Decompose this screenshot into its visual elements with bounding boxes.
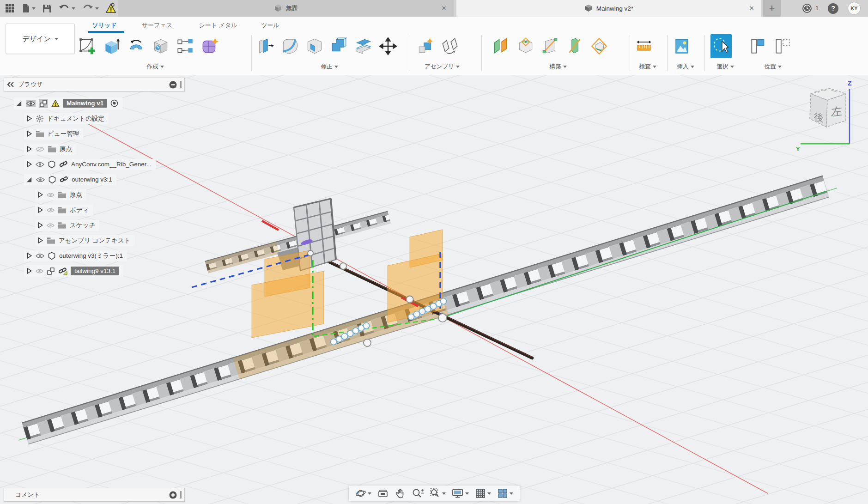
viewcube-face-back[interactable]: 後 [813, 111, 824, 123]
panel-drag-handle[interactable] [180, 491, 182, 498]
viewcube-body[interactable]: 後 左 [810, 88, 846, 127]
tree-row-label[interactable]: tailwing9 v13:1 [71, 267, 119, 275]
plane-at-angle-button[interactable] [515, 34, 536, 58]
capture-position-button[interactable] [747, 34, 769, 58]
hole-button[interactable] [150, 34, 171, 58]
collapsed-triangle-icon[interactable] [26, 252, 32, 259]
tree-row-label[interactable]: ボディ [70, 206, 89, 214]
visibility-eye-icon[interactable] [36, 161, 44, 168]
press-pull-button[interactable] [255, 34, 276, 58]
new-component-button[interactable] [415, 34, 436, 58]
move-copy-button[interactable] [377, 34, 399, 58]
viewports-caret-icon[interactable] [510, 492, 513, 495]
group-label-position[interactable]: 位置 [747, 63, 798, 71]
expanded-triangle-icon[interactable] [16, 100, 23, 107]
tree-row-label[interactable]: アセンブリ コンテキスト [59, 237, 131, 245]
undo-caret-icon[interactable] [72, 7, 75, 10]
midplane-button[interactable] [540, 34, 561, 58]
activate-radio-icon[interactable] [110, 99, 118, 107]
joint-button[interactable] [439, 34, 461, 58]
tab-close-button[interactable]: × [439, 3, 449, 13]
group-label-create[interactable]: 作成 [77, 63, 234, 71]
revert-position-button[interactable] [772, 34, 793, 58]
tree-row-label[interactable]: ビュー管理 [48, 130, 79, 138]
collapsed-triangle-icon[interactable] [26, 161, 32, 168]
panel-plus-icon[interactable] [169, 491, 177, 499]
eye-dim-icon[interactable] [47, 223, 55, 228]
group-label-construct[interactable]: 構築 [491, 63, 625, 71]
file-menu-button[interactable] [21, 3, 36, 13]
eye-dim-icon[interactable] [47, 207, 55, 213]
combine-button[interactable] [328, 34, 350, 58]
offset-face-button[interactable] [353, 34, 374, 58]
grid-caret-icon[interactable] [487, 492, 491, 495]
collapsed-triangle-icon[interactable] [37, 222, 43, 229]
tree-row-label[interactable]: スケッチ [70, 221, 95, 230]
app-grid-icon[interactable] [5, 3, 15, 13]
collapsed-triangle-icon[interactable] [37, 237, 43, 244]
eye-dim-icon[interactable] [47, 192, 55, 198]
tree-row-bodies[interactable]: ボディ [4, 202, 185, 218]
undo-button[interactable] [58, 4, 75, 13]
new-tab-button[interactable]: + [763, 0, 781, 17]
pan-button[interactable] [395, 488, 406, 499]
document-tab-mainwing[interactable]: Mainwing v2* × [456, 0, 761, 17]
tree-row-label[interactable]: AnyConv.com__Rib_Gener... [71, 161, 152, 168]
tree-row-assembly-context[interactable]: アセンブリ コンテキスト [4, 233, 185, 248]
collapsed-triangle-icon[interactable] [37, 191, 43, 198]
tree-row-label[interactable]: ドキュメントの設定 [47, 115, 104, 123]
select-button[interactable] [710, 34, 732, 58]
group-label-select[interactable]: 選択 [710, 63, 740, 71]
window-zoom-caret-icon[interactable] [442, 492, 446, 495]
tree-row-origin[interactable]: 原点 [4, 141, 185, 157]
tree-row-outerwing-mirror[interactable]: outerwing v3(ミラー):1 [4, 248, 185, 263]
ribbon-tab-solid[interactable]: ソリッド [92, 21, 116, 30]
tab-close-button[interactable]: × [747, 3, 757, 13]
panel-minus-icon[interactable] [169, 81, 177, 89]
expanded-triangle-icon[interactable] [26, 176, 33, 183]
tree-row-label[interactable]: 原点 [60, 145, 72, 153]
display-settings-button[interactable] [452, 488, 469, 499]
tree-row-label[interactable]: 原点 [70, 191, 82, 199]
viewports-button[interactable] [497, 488, 513, 499]
collapsed-triangle-icon[interactable] [26, 130, 32, 137]
collapse-panel-icon[interactable] [7, 81, 14, 88]
create-sketch-button[interactable] [77, 34, 98, 58]
browser-panel-header[interactable]: ブラウザ [4, 78, 185, 91]
collapsed-triangle-icon[interactable] [26, 146, 32, 152]
tree-row-label[interactable]: outerwing v3(ミラー):1 [59, 252, 123, 260]
axis-button[interactable] [564, 34, 585, 58]
user-avatar[interactable]: KY [848, 2, 861, 15]
tree-row-document-settings[interactable]: ドキュメントの設定 [4, 111, 185, 126]
eye-off-icon[interactable] [36, 146, 44, 152]
fillet-button[interactable] [279, 34, 301, 58]
extrude-button[interactable] [101, 34, 122, 58]
group-label-assemble[interactable]: アセンブリ [415, 63, 469, 71]
group-label-inspect[interactable]: 検査 [635, 63, 661, 71]
tree-row-root[interactable]: Mainwing v1 [4, 96, 185, 111]
tree-row-origin-child[interactable]: 原点 [4, 187, 185, 202]
tree-row-tailwing[interactable]: tailwing9 v13:1 [4, 263, 185, 279]
offset-plane-button[interactable] [491, 34, 512, 58]
save-button[interactable] [42, 4, 52, 13]
collapsed-triangle-icon[interactable] [26, 115, 32, 122]
ribbon-tab-surface[interactable]: サーフェス [142, 21, 172, 30]
tree-row-view-management[interactable]: ビュー管理 [4, 126, 185, 141]
rectangular-pattern-button[interactable] [175, 34, 196, 58]
collapsed-triangle-icon[interactable] [37, 206, 43, 213]
ribbon-tab-tools[interactable]: ツール [261, 21, 279, 30]
look-at-button[interactable] [377, 488, 388, 499]
redo-caret-icon[interactable] [95, 7, 99, 10]
window-zoom-button[interactable] [430, 488, 446, 499]
shell-button[interactable] [304, 34, 325, 58]
tree-row-label[interactable]: Mainwing v1 [63, 99, 107, 108]
visibility-eye-icon[interactable] [36, 253, 44, 259]
workspace-selector[interactable]: デザイン [6, 24, 75, 54]
grid-settings-button[interactable] [475, 488, 491, 499]
model-viewport[interactable]: ブラウザ Mainwing v1 [0, 75, 868, 504]
group-label-insert[interactable]: 挿入 [673, 63, 698, 71]
job-warning-icon[interactable] [105, 3, 117, 14]
orbit-caret-icon[interactable] [368, 492, 371, 495]
measure-button[interactable] [635, 34, 653, 58]
document-tab-untitled[interactable]: 無題 × [118, 0, 454, 17]
